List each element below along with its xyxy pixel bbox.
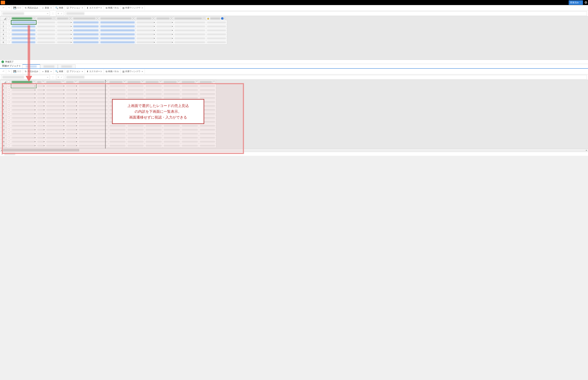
column-header[interactable]: 🔒▾ <box>206 17 227 20</box>
grid-cell[interactable] <box>78 128 109 132</box>
column-filter-button[interactable]: ▾ <box>53 17 55 20</box>
row-header[interactable]: 12 <box>0 128 7 132</box>
grid-cell[interactable]: ▼ <box>36 104 45 108</box>
row-checkbox[interactable] <box>8 109 10 111</box>
row-header[interactable]: 1 <box>0 84 7 88</box>
grid-cell[interactable]: ▼ <box>65 136 78 140</box>
grid-cell[interactable] <box>78 132 109 136</box>
column-filter-button[interactable]: ▾ <box>96 17 99 20</box>
grid-cell[interactable] <box>145 128 163 132</box>
row-checkbox[interactable] <box>8 105 10 107</box>
grid-cell[interactable] <box>163 116 181 120</box>
grid-cell[interactable] <box>109 112 127 116</box>
grid-cell[interactable] <box>73 24 100 28</box>
grid-cell[interactable]: ▼ <box>56 24 73 28</box>
grid-cell[interactable]: ▼ <box>136 28 156 32</box>
dropdown-arrow-icon[interactable]: ▼ <box>76 93 77 95</box>
grid-cell[interactable] <box>73 20 100 24</box>
grid-cell[interactable] <box>127 132 145 136</box>
grid-cell[interactable] <box>199 96 216 100</box>
grid-cell[interactable] <box>199 140 216 144</box>
grid-cell[interactable] <box>109 104 127 108</box>
row-header[interactable]: 3 <box>0 92 7 96</box>
grid-cell[interactable] <box>163 92 181 96</box>
grid-cell[interactable] <box>100 36 136 40</box>
grid-cell[interactable] <box>100 20 136 24</box>
column-filter-button[interactable]: ▾ <box>224 17 226 20</box>
work-window-button[interactable]: ▥作業ウィンドウ▼ <box>121 69 145 74</box>
grid-cell[interactable]: ▼ <box>36 124 45 128</box>
dropdown-arrow-icon[interactable]: ▼ <box>76 109 77 111</box>
dropdown-arrow-icon[interactable]: ▼ <box>76 141 77 142</box>
grid-cell[interactable] <box>145 124 163 128</box>
dropdown-arrow-icon[interactable]: ▼ <box>76 101 77 103</box>
dropdown-arrow-icon[interactable]: ▼ <box>172 33 173 35</box>
grid-cell[interactable] <box>127 92 145 96</box>
grid-cell[interactable]: ▼ <box>45 120 65 124</box>
dropdown-arrow-icon[interactable]: ▼ <box>63 105 65 107</box>
row-checkbox[interactable] <box>8 97 10 99</box>
grid-cell[interactable] <box>163 88 181 92</box>
row-header[interactable]: 10 <box>0 120 7 124</box>
dropdown-arrow-icon[interactable]: ▼ <box>153 41 155 43</box>
dropdown-arrow-icon[interactable]: ▼ <box>43 105 45 107</box>
search-button[interactable]: 🔍検索 <box>54 6 65 10</box>
grid-cell[interactable] <box>181 120 199 124</box>
grid-cell[interactable] <box>73 36 100 40</box>
grid-cell[interactable] <box>163 136 181 140</box>
grid-cell[interactable]: ▼ <box>156 36 174 40</box>
row-checkbox[interactable] <box>8 140 10 143</box>
column-filter-button[interactable]: ▾ <box>213 81 215 83</box>
grid-cell[interactable] <box>181 92 199 96</box>
column-header[interactable]: ▾ <box>36 80 45 84</box>
dropdown-arrow-icon[interactable]: ▼ <box>43 125 45 127</box>
row-checkbox[interactable] <box>8 37 10 39</box>
grid-cell[interactable] <box>78 144 109 148</box>
dropdown-arrow-icon[interactable]: ▼ <box>172 41 173 43</box>
grid-cell[interactable]: ▼ <box>156 32 174 36</box>
grid-cell[interactable] <box>163 120 181 124</box>
column-header[interactable]: ▾ <box>181 80 199 84</box>
grid-cell[interactable]: ▼ <box>36 92 45 96</box>
grid-cell[interactable]: ▼ <box>156 20 174 24</box>
grid-cell[interactable] <box>163 96 181 100</box>
grid-cell[interactable] <box>206 24 227 28</box>
grid-cell[interactable] <box>145 120 163 124</box>
grid-cell[interactable]: ▼ <box>11 84 36 88</box>
row-header[interactable]: 8 <box>0 112 7 116</box>
grid-cell[interactable] <box>78 92 109 96</box>
grid-cell[interactable] <box>11 20 36 24</box>
grid-cell[interactable]: ▼ <box>136 40 156 44</box>
grid-cell[interactable] <box>181 128 199 132</box>
grid-cell[interactable] <box>11 32 36 36</box>
column-header[interactable]: ▾ <box>45 80 65 84</box>
grid-cell[interactable]: ▼ <box>65 132 78 136</box>
dropdown-arrow-icon[interactable]: ▼ <box>43 121 45 122</box>
grid-cell[interactable] <box>127 100 145 104</box>
related-tab-2[interactable] <box>40 64 58 68</box>
grid-cell[interactable] <box>163 100 181 104</box>
grid-cell[interactable]: ▼ <box>65 104 78 108</box>
dropdown-arrow-icon[interactable]: ▼ <box>63 93 65 95</box>
grid-cell[interactable] <box>109 100 127 104</box>
grid-cell[interactable]: ▼ <box>156 24 174 28</box>
column-header[interactable]: ▾ <box>156 17 174 20</box>
column-filter-button[interactable]: ▾ <box>170 17 173 20</box>
cancel-x-icon[interactable]: ✕ <box>57 12 59 15</box>
grid-cell[interactable] <box>78 120 109 124</box>
grid-cell[interactable] <box>174 36 206 40</box>
dropdown-arrow-icon[interactable]: ▼ <box>63 101 65 103</box>
row-checkbox[interactable] <box>8 29 10 31</box>
grid-cell[interactable] <box>206 36 227 40</box>
dropdown-arrow-icon[interactable]: ▼ <box>76 137 77 138</box>
column-filter-button[interactable]: ▾ <box>132 17 135 20</box>
row-header[interactable]: 1 <box>0 20 7 24</box>
grid-cell[interactable] <box>100 40 136 44</box>
grid-cell[interactable]: ▼ <box>11 112 36 116</box>
dropdown-arrow-icon[interactable]: ▼ <box>63 145 65 146</box>
grid-cell[interactable] <box>199 84 216 88</box>
redo-button[interactable]: ↷ <box>6 69 12 74</box>
column-header[interactable]: ▾ <box>11 80 36 84</box>
select-all-checkbox[interactable] <box>8 17 10 19</box>
grid-cell[interactable]: ▼ <box>65 144 78 148</box>
